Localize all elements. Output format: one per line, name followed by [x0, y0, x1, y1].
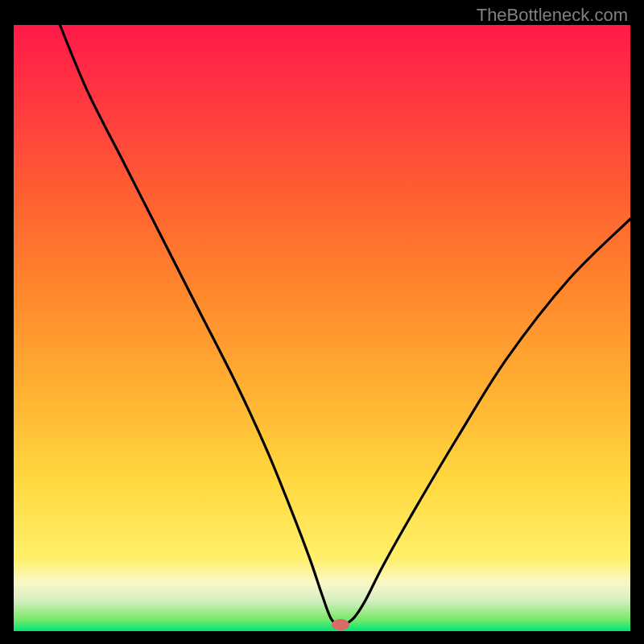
gradient-background: [14, 25, 630, 631]
plot-frame: [14, 25, 630, 631]
minimum-marker: [332, 619, 349, 630]
plot-svg: [14, 25, 630, 631]
watermark-text: TheBottleneck.com: [477, 5, 628, 26]
